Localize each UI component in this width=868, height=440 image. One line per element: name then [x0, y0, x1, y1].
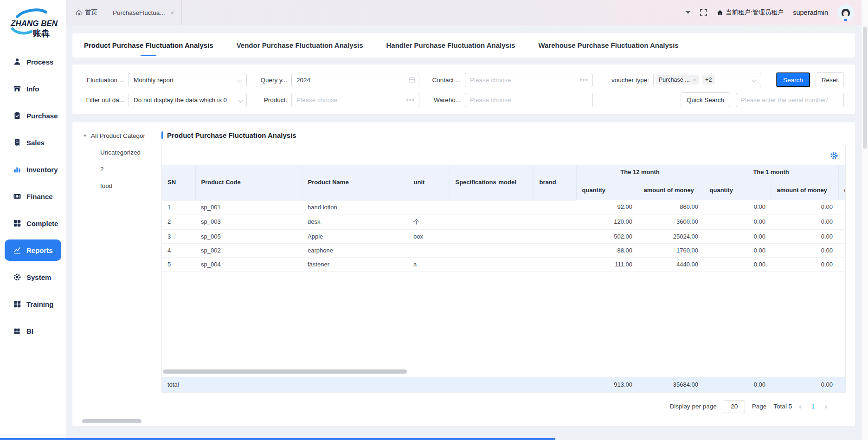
contact-label: Contact ... [432, 77, 461, 84]
vertical-scrollbar-thumb[interactable] [863, 27, 867, 149]
cell-1m-amount: 0.00 [771, 229, 838, 243]
report-tab[interactable]: Vendor Purchase Fluctuation Analysis [237, 33, 363, 58]
sidebar-item-label: Inventory [26, 166, 58, 174]
report-tab[interactable]: Warehouse Purchase Fluctuation Analysis [538, 33, 678, 58]
contact-input[interactable]: Please choose ••• [465, 73, 593, 87]
col-12m-amount[interactable]: amount of money [638, 180, 704, 200]
cell-12m-quantity: 120.00 [576, 214, 638, 229]
page-h-scrollbar-thumb[interactable] [82, 419, 141, 423]
serial-number-input[interactable]: Please enter the serial number/ [736, 93, 844, 107]
tree-item[interactable]: Uncategorized [72, 144, 161, 161]
column-settings-button[interactable] [830, 151, 838, 160]
table-row[interactable]: 5 sp_004 fastener a 111.00 4440.00 [162, 257, 845, 271]
reset-button[interactable]: Reset [816, 72, 844, 87]
finance-icon [13, 192, 21, 201]
report-tab[interactable]: Product Purchase Fluctuation Analysis [84, 33, 213, 58]
col-partial: quar [838, 180, 845, 200]
data-table-clip: SN Product Code Product Name unit Specif… [162, 165, 845, 392]
col-product-name[interactable]: Product Name [302, 165, 408, 200]
bi-icon [13, 327, 21, 336]
col-1m-amount[interactable]: amount of money [771, 180, 838, 200]
filter-panel: Fluctuation ... Monthly report Query y..… [72, 65, 855, 114]
voucher-tag[interactable]: Purchase ... × [656, 75, 699, 84]
sidebar-item-finance[interactable]: Finance [0, 183, 66, 210]
fluctuation-select[interactable]: Monthly report [129, 73, 247, 87]
cell-code: sp_004 [195, 257, 302, 271]
svg-text:账犇: 账犇 [32, 29, 50, 38]
username[interactable]: superadmin [793, 9, 828, 16]
prev-page-icon[interactable]: ‹ [799, 402, 802, 410]
vertical-scrollbar[interactable] [861, 0, 868, 440]
section-title: Product Purchase Fluctuation Analysis [167, 131, 296, 139]
avatar[interactable] [837, 4, 854, 21]
table-h-scrollbar-thumb[interactable] [163, 369, 407, 374]
report-card: All Product Categor Uncategorized 2 food [72, 122, 855, 426]
voucher-type-label: voucher type: [611, 77, 649, 84]
tag-close-icon[interactable]: × [693, 77, 696, 83]
sidebar-item-training[interactable]: Training [0, 291, 66, 317]
sidebar-item-system[interactable]: System [0, 264, 66, 291]
sidebar-item-label: Reports [26, 246, 53, 254]
sidebar-item-bi[interactable]: BI [0, 317, 66, 344]
table-row[interactable]: 1 sp_001 hand lotion 92.00 860.00 [162, 200, 845, 214]
sidebar-item-purchase[interactable]: Purchase [0, 102, 66, 129]
table-row[interactable]: 4 sp_002 earphone 88.00 1760.00 0. [162, 243, 845, 257]
col-sn[interactable]: SN [162, 165, 195, 200]
caret-down-icon[interactable] [83, 135, 87, 137]
voucher-type-select[interactable]: Purchase ... × +2 [653, 73, 761, 87]
warehouse-input[interactable]: Please choose [465, 93, 593, 107]
home-tab[interactable]: 首页 [66, 0, 105, 25]
col-group-12-month: The 12 month [576, 165, 704, 180]
sidebar-item-info[interactable]: Info [0, 75, 66, 102]
col-12m-quantity[interactable]: quantity [576, 180, 638, 200]
col-brand[interactable]: brand [534, 165, 576, 200]
report-tab[interactable]: Handler Purchase Fluctuation Analysis [386, 33, 515, 58]
warehouse-label: Wareho... [432, 97, 461, 104]
cell-spec [450, 243, 493, 257]
tenant-label: 当前租户:管理员租户 [726, 8, 784, 17]
section-header: Product Purchase Fluctuation Analysis [161, 130, 846, 140]
fullscreen-icon[interactable] [700, 9, 707, 17]
display-per-page-label: Display per page [670, 403, 717, 410]
page-size-input[interactable]: 20 [724, 400, 745, 413]
sidebar-item-complete[interactable]: Complete [0, 210, 66, 237]
tree-item[interactable]: food [72, 177, 161, 194]
sidebar-nav: Process Info Purchase Sales Inventory [0, 48, 66, 344]
product-input[interactable]: Please choose ••• [291, 93, 419, 107]
tree-root-all-product-category[interactable]: All Product Categor [72, 130, 161, 141]
quick-search-button[interactable]: Quick Search [681, 92, 730, 107]
col-unit[interactable]: unit [408, 165, 450, 200]
current-page[interactable]: 1 [809, 403, 818, 410]
sidebar-item-label: Complete [26, 220, 58, 227]
chevron-down-icon[interactable] [686, 11, 690, 14]
cell-spec [450, 229, 493, 243]
voucher-more-tag[interactable]: +2 [702, 75, 715, 84]
search-button[interactable]: Search [776, 72, 810, 87]
cell-model [493, 214, 534, 229]
sidebar-item-inventory[interactable]: Inventory [0, 156, 66, 183]
sidebar-item-sales[interactable]: Sales [0, 129, 66, 156]
cell-code: sp_005 [195, 229, 302, 243]
cell-1m-quantity: 0.00 [704, 229, 771, 243]
sidebar-item-reports[interactable]: Reports [5, 239, 61, 261]
col-specifications[interactable]: Specifications [450, 165, 493, 200]
sidebar-item-process[interactable]: Process [0, 48, 66, 75]
purchase-icon [13, 111, 21, 120]
tree-item[interactable]: 2 [72, 161, 161, 177]
page-tab[interactable]: PurchaseFluctua... × [105, 0, 181, 25]
gear-icon [830, 151, 838, 160]
col-product-code[interactable]: Product Code [195, 165, 302, 200]
table-row[interactable]: 2 sp_003 desk 个 120.00 3600.00 0.00 [162, 214, 845, 229]
cell-code: sp_003 [195, 214, 302, 229]
sidebar-item-label: BI [26, 327, 33, 335]
query-year-input[interactable]: 2024 [291, 73, 419, 87]
filter-zero-select[interactable]: Do not display the data which is 0 [129, 93, 247, 107]
cell-brand [534, 200, 576, 214]
col-model[interactable]: model [493, 165, 534, 200]
next-page-icon[interactable]: › [824, 402, 827, 410]
col-1m-quantity[interactable]: quantity [704, 180, 771, 200]
close-icon[interactable]: × [171, 10, 174, 16]
table-row[interactable]: 3 sp_005 Apple box 502.00 25024.00 [162, 229, 845, 243]
cell-12m-amount: 25024.00 [638, 229, 704, 243]
tenant-info[interactable]: 当前租户:管理员租户 [717, 8, 784, 17]
